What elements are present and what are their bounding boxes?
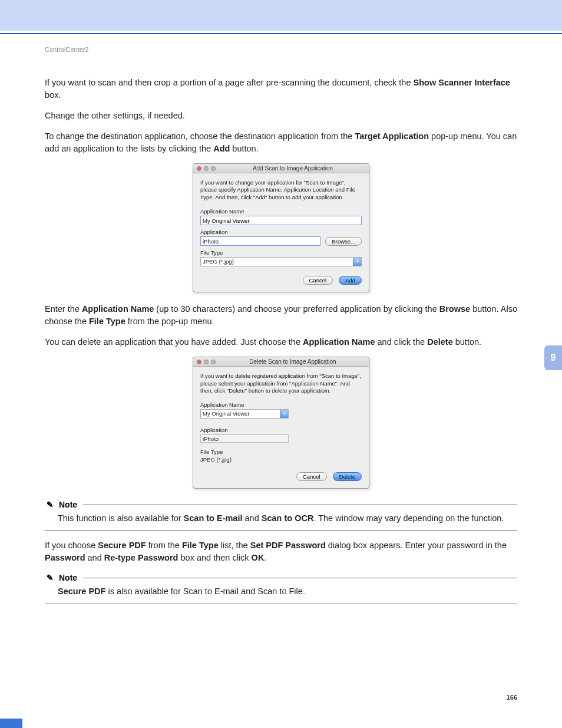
chevron-updown-icon: ▾ [280, 410, 288, 418]
text-bold: File Type [89, 317, 125, 326]
zoom-icon[interactable] [211, 360, 216, 364]
header-band [0, 0, 562, 33]
traffic-lights [197, 166, 216, 171]
text-bold: Set PDF Password [250, 541, 326, 550]
note-label: Note [59, 500, 77, 509]
text: and click the [375, 337, 428, 347]
text: button. [230, 144, 258, 153]
text: box. [45, 90, 61, 100]
dialog-body: If you want to delete registered applica… [193, 367, 369, 488]
paragraph-scanner-interface: If you want to scan and then crop a port… [45, 77, 517, 101]
note-body: This function is also available for Scan… [58, 512, 517, 525]
text: and [85, 553, 104, 562]
note-block: ✎ Note Secure PDF is also available for … [45, 572, 517, 604]
note-close-rule [45, 604, 517, 604]
text-bold: Application Name [303, 337, 375, 347]
note-label: Note [59, 573, 77, 582]
text-bold: Add [213, 144, 230, 153]
breadcrumb: ControlCenter2 [45, 46, 517, 53]
note-block: ✎ Note This function is also available f… [45, 499, 517, 531]
dialog-delete: Delete Scan to Image Application If you … [193, 357, 369, 489]
application-path-input[interactable] [200, 236, 320, 246]
cancel-button[interactable]: Cancel [296, 472, 327, 481]
text: This function is also available for [58, 513, 184, 523]
zoom-icon[interactable] [211, 166, 216, 171]
label-file-type: File Type [200, 449, 362, 455]
text-bold: Browse [439, 304, 470, 314]
text-bold: OK [252, 553, 265, 562]
text: . The window may vary depending on the f… [313, 513, 504, 523]
label-application-name: Application Name [200, 208, 362, 215]
minimize-icon[interactable] [204, 166, 209, 171]
application-readonly: iPhoto [200, 434, 289, 443]
dialog-add: Add Scan to Image Application If you wan… [193, 163, 369, 292]
add-button[interactable]: Add [339, 276, 362, 285]
text: You can delete an application that you h… [45, 337, 303, 347]
text: button. [453, 337, 481, 347]
footer-corner [0, 719, 22, 728]
paragraph-enter-appname: Enter the Application Name (up to 30 cha… [45, 303, 517, 328]
text-bold: File Type [182, 541, 219, 550]
note-rule [83, 505, 517, 505]
file-type-value: JPEG (*.jpg) [203, 258, 234, 265]
dialog-title: Add Scan to Image Application [220, 165, 365, 172]
text-bold: Application Name [82, 304, 154, 314]
text-bold: Secure PDF [58, 587, 105, 596]
note-rule [83, 578, 517, 578]
label-application: Application [200, 427, 362, 433]
application-name-select[interactable]: My Original Viewer ▾ [200, 409, 289, 419]
dialog-delete-wrapper: Delete Scan to Image Application If you … [45, 357, 517, 489]
cancel-button[interactable]: Cancel [303, 276, 333, 285]
browse-button[interactable]: Browse... [325, 237, 362, 246]
dialog-title: Delete Scan to Image Application [220, 358, 365, 365]
paragraph-target-app: To change the destination application, c… [45, 130, 517, 155]
titlebar: Delete Scan to Image Application [193, 357, 369, 367]
text: box and then click [178, 553, 251, 562]
text: To change the destination application, c… [45, 131, 355, 141]
text-bold: Re-type Password [104, 553, 178, 562]
page-body: ControlCenter2 If you want to scan and t… [0, 46, 562, 604]
page-number: 166 [507, 694, 517, 701]
traffic-lights [197, 360, 216, 364]
dialog-intro: If you want to change your application f… [200, 179, 362, 201]
text-bold: Scan to E-mail [184, 513, 243, 523]
application-name-input[interactable] [200, 216, 362, 225]
text: and [243, 513, 262, 523]
text: from the [146, 541, 182, 550]
text: from the pop-up menu. [125, 317, 214, 326]
text: list, the [219, 541, 250, 550]
minimize-icon[interactable] [204, 360, 209, 364]
text: Enter the [45, 304, 82, 314]
file-type-readonly: JPEG (*.jpg) [200, 456, 362, 463]
text: If you choose [45, 541, 98, 550]
note-icon: ✎ [45, 499, 55, 510]
application-name-value: My Original Viewer [203, 410, 250, 417]
note-close-rule [45, 531, 517, 531]
label-application-name: Application Name [200, 401, 362, 408]
file-type-select[interactable]: JPEG (*.jpg) ▾ [200, 257, 362, 266]
close-icon[interactable] [197, 360, 201, 364]
text: dialog box appears. Enter your password … [326, 541, 507, 550]
titlebar: Add Scan to Image Application [193, 164, 369, 173]
text-bold: Delete [427, 337, 453, 347]
text-bold: Show Scanner Interface [414, 78, 510, 87]
text-bold: Secure PDF [98, 541, 146, 550]
paragraph-change-settings: Change the other settings, if needed. [45, 110, 517, 122]
delete-button[interactable]: Delete [333, 472, 362, 481]
text: If you want to scan and then crop a port… [45, 78, 414, 87]
text-bold: Scan to OCR [262, 513, 314, 523]
text-bold: Target Application [355, 131, 429, 141]
chapter-tab: 9 [544, 345, 562, 370]
close-icon[interactable] [197, 166, 201, 171]
label-application: Application [200, 229, 362, 235]
label-file-type: File Type [200, 249, 362, 256]
paragraph-delete-app: You can delete an application that you h… [45, 336, 517, 348]
dialog-add-wrapper: Add Scan to Image Application If you wan… [45, 163, 517, 292]
chevron-updown-icon: ▾ [353, 258, 361, 266]
paragraph-secure-pdf: If you choose Secure PDF from the File T… [45, 539, 517, 564]
text: (up to 30 characters) and choose your pr… [154, 304, 439, 314]
header-rule [0, 33, 562, 34]
text: is also available for Scan to E-mail and… [105, 587, 305, 596]
note-icon: ✎ [45, 572, 55, 583]
dialog-intro: If you want to delete registered applica… [200, 373, 362, 394]
